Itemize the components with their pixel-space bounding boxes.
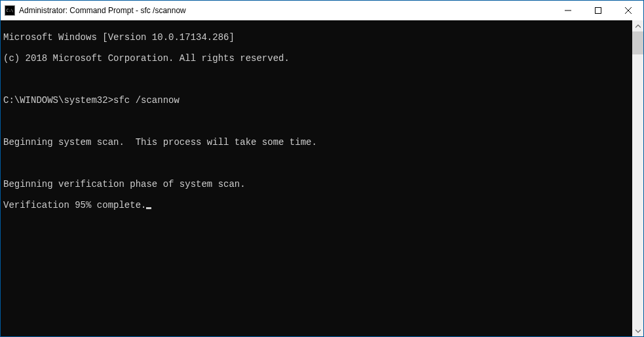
blank-line: [3, 74, 630, 85]
window-title: Administrator: Command Prompt - sfc /sca…: [19, 6, 186, 15]
entered-command: sfc /scannow: [113, 95, 180, 106]
minimize-button[interactable]: [553, 1, 583, 20]
version-line: Microsoft Windows [Version 10.0.17134.28…: [3, 32, 630, 43]
cmd-icon: [5, 5, 15, 16]
copyright-line: (c) 2018 Microsoft Corporation. All righ…: [3, 53, 630, 64]
titlebar[interactable]: Administrator: Command Prompt - sfc /sca…: [1, 1, 643, 20]
chevron-down-icon: [635, 328, 641, 334]
close-icon: [625, 7, 632, 14]
vertical-scrollbar[interactable]: [632, 20, 643, 336]
window-controls: [553, 1, 643, 20]
chevron-up-icon: [635, 24, 641, 29]
scroll-track[interactable]: [632, 31, 643, 325]
text-cursor: [146, 207, 151, 209]
console-area: Microsoft Windows [Version 10.0.17134.28…: [1, 20, 643, 336]
scan-begin-line: Beginning system scan. This process will…: [3, 137, 630, 148]
titlebar-left: Administrator: Command Prompt - sfc /sca…: [5, 5, 186, 16]
maximize-icon: [595, 7, 601, 14]
blank-line: [3, 116, 630, 127]
scroll-thumb[interactable]: [632, 31, 643, 54]
prompt-line: C:\WINDOWS\system32>sfc /scannow: [3, 95, 630, 106]
prompt-path: C:\WINDOWS\system32>: [3, 95, 113, 106]
verify-progress-line: Verification 95% complete.: [3, 200, 630, 210]
scroll-down-button[interactable]: [632, 325, 643, 336]
command-prompt-window: Administrator: Command Prompt - sfc /sca…: [0, 0, 644, 337]
minimize-icon: [565, 7, 571, 14]
svg-rect-1: [596, 8, 601, 14]
close-button[interactable]: [613, 1, 643, 20]
console-output[interactable]: Microsoft Windows [Version 10.0.17134.28…: [1, 20, 632, 336]
blank-line: [3, 158, 630, 168]
scroll-up-button[interactable]: [632, 20, 643, 31]
verify-begin-line: Beginning verification phase of system s…: [3, 179, 630, 189]
maximize-button[interactable]: [583, 1, 613, 20]
verify-progress-text: Verification 95% complete.: [3, 200, 146, 210]
